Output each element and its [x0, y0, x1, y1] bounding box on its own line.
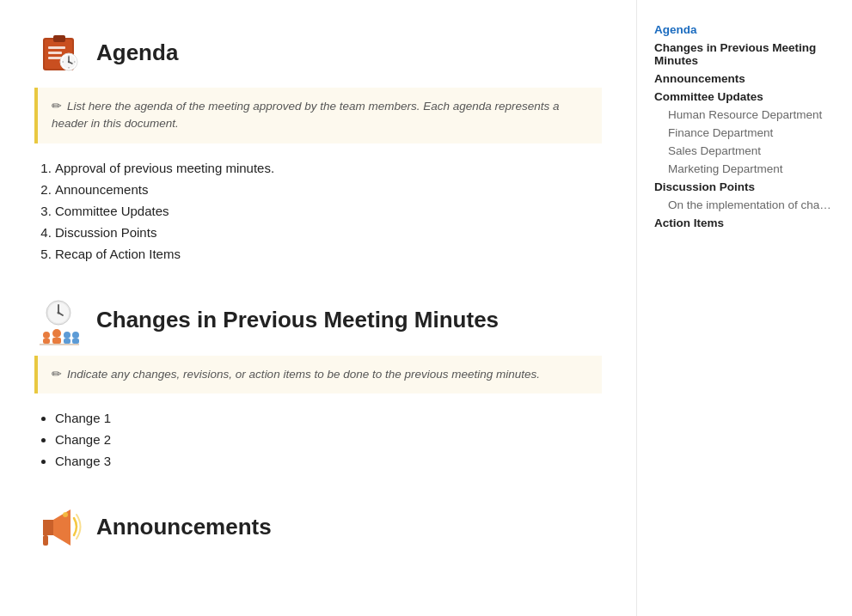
- sidebar-item-changes[interactable]: Changes in Previous Meeting Minutes: [654, 39, 835, 70]
- sidebar-item-action[interactable]: Action Items: [654, 214, 835, 232]
- svg-rect-25: [64, 338, 70, 344]
- list-item: Recap of Action Items: [55, 247, 602, 261]
- announcements-icon: [34, 503, 84, 552]
- svg-point-32: [63, 512, 68, 517]
- sidebar-item-committee[interactable]: Committee Updates: [654, 88, 835, 106]
- announcements-header: Announcements: [34, 503, 602, 552]
- sidebar-item-marketing[interactable]: Marketing Department: [654, 160, 835, 178]
- changes-section: Changes in Previous Meeting Minutes ✏Ind…: [34, 296, 602, 468]
- sidebar-item-announcements[interactable]: Announcements: [654, 70, 835, 88]
- pencil-icon: ✏: [52, 100, 62, 113]
- list-item: Change 1: [55, 411, 602, 425]
- agenda-icon: [34, 27, 84, 77]
- svg-point-24: [64, 332, 70, 338]
- agenda-list: Approval of previous meeting minutes. An…: [34, 161, 602, 261]
- changes-info-box: ✏Indicate any changes, revisions, or act…: [34, 356, 602, 393]
- sidebar-item-discussion[interactable]: Discussion Points: [654, 178, 835, 196]
- svg-rect-2: [53, 35, 65, 42]
- pencil-icon-2: ✏: [52, 368, 62, 381]
- changes-title: Changes in Previous Meeting Minutes: [96, 307, 499, 333]
- sidebar-item-finance[interactable]: Finance Department: [654, 124, 835, 142]
- agenda-title: Agenda: [96, 40, 178, 66]
- svg-rect-3: [48, 46, 65, 49]
- changes-info-text: Indicate any changes, revisions, or acti…: [67, 368, 540, 381]
- announcements-title: Announcements: [96, 514, 272, 540]
- list-item: Change 2: [55, 432, 602, 447]
- svg-point-19: [58, 311, 60, 314]
- svg-marker-30: [43, 520, 53, 535]
- svg-point-10: [68, 61, 70, 63]
- svg-rect-27: [72, 338, 79, 344]
- svg-rect-21: [43, 338, 50, 344]
- sidebar-item-sales[interactable]: Sales Department: [654, 142, 835, 160]
- sidebar: Agenda Changes in Previous Meeting Minut…: [636, 0, 852, 616]
- list-item: Announcements: [55, 182, 602, 197]
- sidebar-item-discussion-sub[interactable]: On the implementation of changes in...: [654, 196, 835, 214]
- list-item: Discussion Points: [55, 225, 602, 240]
- agenda-section: Agenda ✏List here the agenda of the meet…: [34, 27, 602, 261]
- svg-rect-23: [52, 338, 61, 344]
- list-item: Change 3: [55, 454, 602, 468]
- main-content: Agenda ✏List here the agenda of the meet…: [0, 0, 636, 616]
- sidebar-item-hr[interactable]: Human Resource Department: [654, 106, 835, 124]
- agenda-info-box: ✏List here the agenda of the meeting app…: [34, 88, 602, 143]
- svg-point-22: [52, 329, 61, 338]
- svg-point-26: [72, 332, 79, 338]
- changes-icon: [34, 296, 84, 345]
- list-item: Committee Updates: [55, 204, 602, 218]
- agenda-info-text: List here the agenda of the meeting appr…: [52, 100, 560, 130]
- announcements-section: Announcements: [34, 503, 602, 552]
- changes-header: Changes in Previous Meeting Minutes: [34, 296, 602, 345]
- list-item: Approval of previous meeting minutes.: [55, 161, 602, 175]
- svg-rect-4: [48, 52, 62, 54]
- changes-list: Change 1 Change 2 Change 3: [34, 411, 602, 468]
- sidebar-item-agenda[interactable]: Agenda: [654, 21, 835, 39]
- agenda-header: Agenda: [34, 27, 602, 77]
- svg-rect-31: [43, 535, 48, 546]
- svg-point-20: [43, 332, 50, 338]
